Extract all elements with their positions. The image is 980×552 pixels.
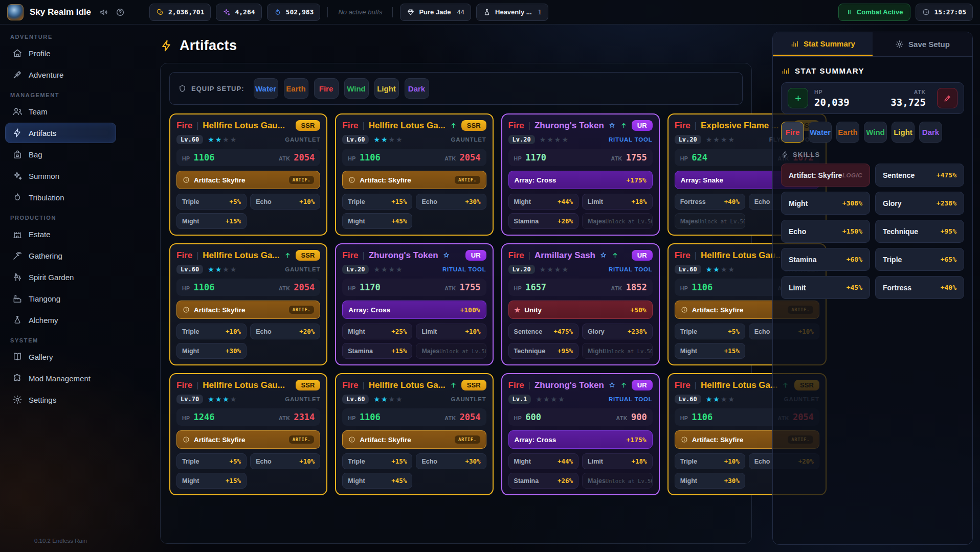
filter-element-water[interactable]: Water: [809, 122, 832, 143]
filter-element-light[interactable]: Light: [892, 122, 915, 143]
sidebar-item-team[interactable]: Team: [5, 101, 116, 122]
tab-stat-summary-label: Stat Summary: [804, 39, 855, 48]
sidebar-item-bag[interactable]: Bag: [5, 144, 116, 165]
filter-element-dark[interactable]: Dark: [919, 122, 942, 143]
chart-icon: [781, 66, 790, 75]
level-badge: Lv.70: [176, 395, 203, 404]
hp-plus-button[interactable]: [788, 88, 808, 108]
equip-element-fire[interactable]: Fire: [314, 78, 339, 99]
equip-element-wind[interactable]: Wind: [344, 78, 369, 99]
atk-label: ATK: [890, 89, 926, 95]
locked-skill-name: Majes: [588, 477, 606, 485]
tab-save-setup[interactable]: Save Setup: [873, 32, 972, 56]
rarity-badge: UR: [632, 380, 653, 390]
combat-active-button[interactable]: Combat Active: [838, 4, 911, 21]
skill-name: Echo: [421, 198, 437, 205]
atk-label: ATK: [444, 155, 456, 162]
skill-value: +40%: [724, 198, 740, 205]
summary-skill-chip: Stamina+68%: [781, 248, 870, 271]
summary-skill-chip: Technique+95%: [875, 220, 964, 243]
artifact-card[interactable]: Fire|Hellfire Lotus Ga...SSRLv.60★★★★GAU…: [335, 113, 493, 236]
equip-element-light[interactable]: Light: [374, 78, 399, 99]
card-meta-row: Lv.60★★★★GAUNTLET: [176, 265, 320, 274]
equip-setup-bar: EQUIP SETUP: WaterEarthFireWindLightDark: [169, 72, 743, 105]
sound-button[interactable]: [98, 7, 109, 18]
currency-essence-value: 4,264: [235, 8, 255, 16]
sidebar-item-alchemy[interactable]: Alchemy: [5, 310, 116, 330]
card-element-label: Fire: [675, 380, 691, 390]
info-icon: [681, 306, 688, 313]
info-icon: [348, 176, 355, 183]
artifact-card[interactable]: Fire|Hellfire Lotus Ga...SSRLv.60★★★★GAU…: [169, 243, 327, 365]
filter-element-earth[interactable]: Earth: [836, 122, 859, 143]
artifact-card[interactable]: Fire|Zhurong's TokenURLv.20★★★★RITUAL TO…: [335, 243, 493, 365]
card-name: Zhurong's Token: [369, 250, 438, 261]
artifact-card[interactable]: Fire|Zhurong's TokenURLv.20★★★★RITUAL TO…: [501, 113, 660, 236]
sidebar-item-artifacts[interactable]: Artifacts: [5, 123, 116, 143]
gear-icon: [895, 40, 904, 49]
card-special-array: Array: Cross+175%: [508, 430, 653, 449]
skill-value: +150%: [842, 227, 862, 235]
sidebar-item-settings[interactable]: Settings: [5, 389, 116, 410]
skill-name: Echo: [256, 458, 272, 465]
sidebar-item-label: Artifacts: [29, 129, 56, 137]
star-rating: ★★★★: [373, 135, 403, 144]
artifact-card[interactable]: Fire|Hellfire Lotus Gau...SSRLv.60★★★★GA…: [169, 113, 327, 236]
artifact-card[interactable]: Fire|Hellfire Lotus Ga...SSRLv.60★★★★GAU…: [335, 373, 493, 495]
team-icon: [12, 106, 23, 117]
skill-chip: Might+15%: [176, 473, 247, 489]
sidebar-item-mod-management[interactable]: Mod Management: [5, 368, 116, 388]
card-name: Armillary Sash: [534, 250, 595, 261]
help-button[interactable]: [115, 7, 126, 18]
app-logo: [7, 4, 24, 20]
atk-stat: ATK2054: [279, 152, 315, 163]
filter-element-wind[interactable]: Wind: [864, 122, 887, 143]
page-title: Artifacts: [160, 38, 752, 54]
factory-icon: [12, 293, 23, 304]
sidebar-item-gathering[interactable]: Gathering: [5, 245, 116, 266]
atk-value: 1755: [460, 282, 481, 292]
sidebar-item-tiangong[interactable]: Tiangong: [5, 288, 116, 309]
sidebar-item-gallery[interactable]: Gallery: [5, 347, 116, 367]
skill-chip: Might+44%: [508, 453, 579, 469]
artifact-card[interactable]: Fire|Hellfire Lotus Gau...SSRLv.70★★★★GA…: [169, 373, 327, 495]
stat-panel-tabs: Stat Summary Save Setup: [773, 32, 972, 57]
atk-stat: ATK1755: [611, 152, 647, 163]
card-element-label: Fire: [176, 380, 192, 390]
skill-value: +45%: [391, 477, 407, 485]
atk-stat: ATK1755: [444, 282, 480, 292]
summary-skill-chip: Might+308%: [781, 192, 870, 215]
filter-element-fire[interactable]: Fire: [781, 122, 804, 143]
artifact-card[interactable]: Fire|Zhurong's TokenURLv.1★★★★RITUAL TOO…: [501, 373, 660, 495]
tab-stat-summary[interactable]: Stat Summary: [773, 32, 873, 56]
sidebar-item-tribulation[interactable]: Tribulation: [5, 187, 116, 208]
equip-element-water[interactable]: Water: [254, 78, 278, 99]
atk-sword-button[interactable]: [937, 88, 957, 108]
tab-save-setup-label: Save Setup: [908, 40, 950, 49]
pure-jade-chip[interactable]: Pure Jade 44: [400, 4, 471, 21]
card-type-label: RITUAL TOOL: [609, 136, 653, 143]
heavenly-chip[interactable]: Heavenly ... 1: [476, 4, 548, 21]
artifact-card[interactable]: Fire|Armillary SashURLv.20★★★★RITUAL TOO…: [501, 243, 660, 365]
bag-icon: [12, 149, 23, 159]
atk-value: 2054: [294, 152, 315, 163]
upgrade-arrow-icon: [284, 251, 292, 259]
currency-mana-value: 502,983: [286, 8, 314, 16]
sidebar-item-estate[interactable]: Estate: [5, 224, 116, 244]
sidebar-item-spirit-garden[interactable]: Spirit Garden: [5, 267, 116, 287]
bolt-icon: [781, 151, 789, 158]
card-meta-row: Lv.20★★★★RITUAL TOOL: [342, 265, 486, 274]
sidebar-item-profile[interactable]: Profile: [5, 43, 116, 63]
card-stats-row: HP1106ATK2054: [342, 149, 486, 166]
star-rating: ★★★★: [706, 265, 736, 273]
rarity-badge: SSR: [296, 250, 321, 261]
equip-element-earth[interactable]: Earth: [284, 78, 308, 99]
favorite-star-icon: [599, 251, 607, 259]
sidebar-item-adventure[interactable]: Adventure: [5, 64, 116, 85]
locked-skill-note: Unlock at Lv.50: [698, 218, 745, 224]
sidebar-item-label: Adventure: [29, 71, 63, 79]
skill-value: +95%: [941, 227, 956, 235]
sidebar-item-summon[interactable]: Summon: [5, 166, 116, 186]
equip-element-dark[interactable]: Dark: [405, 78, 429, 99]
skill-name: Glory: [883, 199, 902, 208]
